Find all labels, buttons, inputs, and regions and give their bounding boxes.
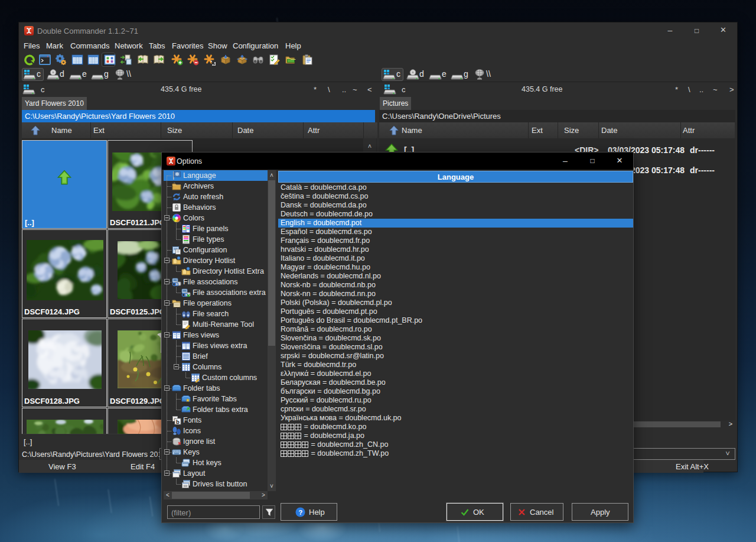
svg-text:?: ? [299, 509, 303, 516]
svg-text:b: b [176, 418, 180, 425]
